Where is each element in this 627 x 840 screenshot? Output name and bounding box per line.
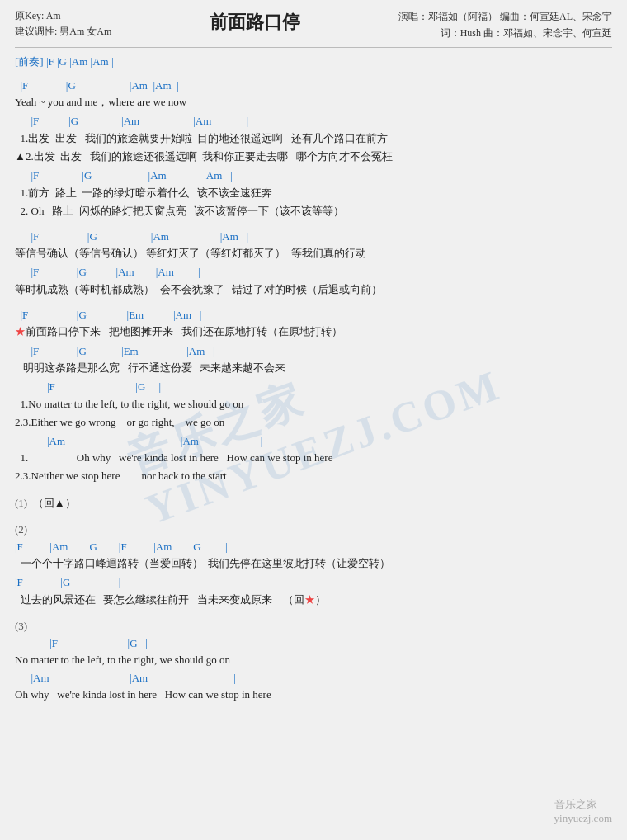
lyric-row-9a: 1. Oh why we're kinda lost in here How c…	[15, 449, 612, 467]
section-2: |F |G |Am |Am | 1.出发 出发 我们的旅途就要开始啦 目的地还很…	[15, 113, 612, 166]
lyric-row-7: 明明这条路是那么宽 行不通这份爱 未来越来越不会来	[15, 359, 612, 377]
chord-row-13b: |Am |Am |	[15, 670, 612, 687]
section-13: (3) |F |G | No matter to the left, to th…	[15, 617, 612, 704]
lyric-row-8a: 1.No matter to the left, to the right, w…	[15, 395, 612, 413]
chord-row-9: |Am |Am |	[15, 433, 612, 450]
chord-row-11: |F |Am G |F |Am G |	[15, 539, 612, 555]
chord-row-12: |F |G |	[15, 574, 612, 591]
section-3: |F |G |Am |Am | 1.前方 路上 一路的绿灯暗示着什么 该不该全速…	[15, 168, 612, 220]
lyric-row-9b: 2.3.Neither we stop here nor back to the…	[15, 467, 612, 485]
lyric-row-8b: 2.3.Either we go wrong or go right, we g…	[15, 413, 612, 432]
writer-credit: 词：Hush 曲：邓福如、宋念宇、何宣廷	[398, 25, 612, 41]
lyric-row-3a: 1.前方 路上 一路的绿灯暗示着什么 该不该全速狂奔	[15, 184, 612, 202]
lyric-row-13b: Oh why we're kinda lost in here How can …	[15, 686, 612, 704]
section-9: |Am |Am | 1. Oh why we're kinda lost in …	[15, 433, 612, 486]
key-info: 原Key: Am 建议调性: 男Am 女Am	[15, 8, 111, 40]
lyric-row-3b: 2. Oh 路上 闪烁的路灯把天窗点亮 该不该暂停一下（该不该等等）	[15, 202, 612, 220]
section-10: (1) （回▲）	[15, 494, 612, 512]
section-1: |F |G |Am |Am | Yeah ~ you and me，where …	[15, 78, 612, 112]
lyric-row-13: (3)	[15, 617, 612, 635]
lyric-row-12: 过去的风景还在 要怎么继续往前开 当未来变成原来 （回★）	[15, 591, 612, 609]
lyric-row-11a: 一个个十字路口峰迴路转（当爱回转） 我们先停在这里彼此打转（让爱空转）	[15, 554, 612, 573]
chord-row-2: |F |G |Am |Am |	[15, 113, 612, 130]
singer-credit: 演唱：邓福如（阿福） 编曲：何宣廷AL、宋念宇	[398, 8, 612, 25]
section-11: (2) |F |Am G |F |Am G | 一个个十字路口峰迴路转（当爱回转…	[15, 521, 612, 573]
lyric-row-5: 等时机成熟（等时机都成熟） 会不会犹豫了 错过了对的时候（后退或向前）	[15, 281, 612, 299]
chord-row-1: |F |G |Am |Am |	[15, 78, 612, 94]
prelude-chords: |F |G |Am |Am |	[46, 55, 114, 68]
credits: 演唱：邓福如（阿福） 编曲：何宣廷AL、宋念宇 词：Hush 曲：邓福如、宋念宇…	[398, 8, 612, 42]
lyric-row-1: Yeah ~ you and me，where are we now	[15, 93, 612, 111]
prelude-label: [前奏]	[15, 55, 44, 68]
section-4: |F |G |Am |Am | 等信号确认（等信号确认） 等红灯灭了（等红灯都灭…	[15, 229, 612, 263]
section-5: |F |G |Am |Am | 等时机成熟（等时机都成熟） 会不会犹豫了 错过了…	[15, 264, 612, 299]
divider	[15, 47, 612, 48]
original-key: 原Key: Am	[15, 8, 111, 24]
footer-watermark: 音乐之家yinyuezj.com	[554, 797, 612, 825]
lyric-row-11: (2)	[15, 521, 612, 539]
chord-row-6: |F |G |Em |Am |	[15, 307, 612, 323]
section-12: |F |G | 过去的风景还在 要怎么继续往前开 当未来变成原来 （回★）	[15, 574, 612, 609]
chord-row-8: |F |G |	[15, 379, 612, 395]
section-6: |F |G |Em |Am | ★前面路口停下来 把地图摊开来 我们还在原地打转…	[15, 307, 612, 342]
section-8: |F |G | 1.No matter to the left, to the …	[15, 379, 612, 432]
lyric-row-2b: ▲2.出发 出发 我们的旅途还很遥远啊 我和你正要走去哪 哪个方向才不会冤枉	[15, 148, 612, 166]
chord-row-7: |F |G |Em |Am |	[15, 343, 612, 360]
lyric-row-4: 等信号确认（等信号确认） 等红灯灭了（等红灯都灭了） 等我们真的行动	[15, 244, 612, 262]
prelude-section: [前奏] |F |G |Am |Am |	[15, 54, 612, 69]
lyric-row-6: ★前面路口停下来 把地图摊开来 我们还在原地打转（在原地打转）	[15, 323, 612, 341]
song-title: 前面路口停	[111, 8, 398, 35]
section-7: |F |G |Em |Am | 明明这条路是那么宽 行不通这份爱 未来越来越不会…	[15, 343, 612, 378]
chord-row-5: |F |G |Am |Am |	[15, 264, 612, 281]
lyric-row-2a: 1.出发 出发 我们的旅途就要开始啦 目的地还很遥远啊 还有几个路口在前方	[15, 130, 612, 148]
chord-row-4: |F |G |Am |Am |	[15, 229, 612, 245]
chord-row-13: |F |G |	[15, 635, 612, 652]
header: 原Key: Am 建议调性: 男Am 女Am 前面路口停 演唱：邓福如（阿福） …	[15, 8, 612, 42]
chord-row-3: |F |G |Am |Am |	[15, 168, 612, 184]
lyric-row-13a: No matter to the left, to the right, we …	[15, 651, 612, 669]
suggested-key: 建议调性: 男Am 女Am	[15, 24, 111, 40]
lyric-row-10: (1) （回▲）	[15, 494, 612, 512]
page: 音乐之家YINYUEZJ.COM 原Key: Am 建议调性: 男Am 女Am …	[0, 0, 627, 840]
